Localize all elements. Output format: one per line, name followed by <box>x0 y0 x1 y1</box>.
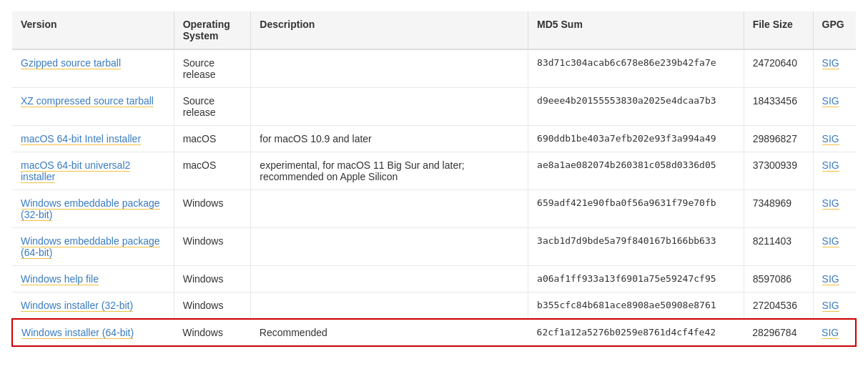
downloads-table: Version Operating System Description MD5… <box>11 11 857 347</box>
os-cell: macOS <box>174 152 251 190</box>
header-md5: MD5 Sum <box>528 11 744 49</box>
description-cell <box>251 49 528 88</box>
table-row: Gzipped source tarballSource release83d7… <box>12 49 856 88</box>
filesize-cell: 8597086 <box>744 266 813 292</box>
description-cell <box>251 190 528 228</box>
table-row: XZ compressed source tarballSource relea… <box>12 88 856 126</box>
sig-link[interactable]: SIG <box>822 57 839 69</box>
gpg-cell: SIG <box>813 126 856 152</box>
description-cell <box>251 88 528 126</box>
os-cell: Windows <box>174 292 251 320</box>
header-os: Operating System <box>174 11 251 49</box>
description-cell <box>251 228 528 266</box>
table-row: Windows embeddable package (32-bit)Windo… <box>12 190 856 228</box>
md5-cell: a06af1ff933a13f6901a75e59247cf95 <box>528 266 744 292</box>
gpg-cell: SIG <box>813 49 856 88</box>
sig-link[interactable]: SIG <box>822 95 839 107</box>
table-header-row: Version Operating System Description MD5… <box>12 11 856 49</box>
version-link[interactable]: Windows embeddable package (64-bit) <box>21 235 160 259</box>
table-row: macOS 64-bit universal2 installermacOSex… <box>12 152 856 190</box>
description-cell <box>251 292 528 320</box>
gpg-cell: SIG <box>813 88 856 126</box>
os-cell: Windows <box>174 190 251 228</box>
md5-cell: b355cfc84b681ace8908ae50908e8761 <box>528 292 744 320</box>
version-link[interactable]: Windows installer (32-bit) <box>21 300 133 312</box>
gpg-cell: SIG <box>813 152 856 190</box>
os-cell: macOS <box>174 126 251 152</box>
filesize-cell: 37300939 <box>744 152 813 190</box>
filesize-cell: 18433456 <box>744 88 813 126</box>
filesize-cell: 28296784 <box>744 319 813 346</box>
os-cell: Windows <box>174 319 251 346</box>
sig-link[interactable]: SIG <box>822 159 839 172</box>
gpg-cell: SIG <box>813 228 856 266</box>
sig-link[interactable]: SIG <box>822 327 839 339</box>
version-link[interactable]: Windows help file <box>21 273 99 285</box>
gpg-cell: SIG <box>813 292 856 320</box>
os-cell: Source release <box>174 88 251 126</box>
table-row: Windows installer (64-bit)WindowsRecomme… <box>12 319 856 346</box>
header-description: Description <box>251 11 528 49</box>
filesize-cell: 7348969 <box>744 190 813 228</box>
md5-cell: 659adf421e90fba0f56a9631f79e70fb <box>528 190 744 228</box>
table-row: Windows embeddable package (64-bit)Windo… <box>12 228 856 266</box>
md5-cell: ae8a1ae082074b260381c058d0336d05 <box>528 152 744 190</box>
table-row: Windows installer (32-bit)Windowsb355cfc… <box>12 292 856 320</box>
os-cell: Windows <box>174 266 251 292</box>
version-link[interactable]: macOS 64-bit Intel installer <box>21 133 141 145</box>
description-cell <box>251 266 528 292</box>
table-row: Windows help fileWindowsa06af1ff933a13f6… <box>12 266 856 292</box>
md5-cell: 3acb1d7d9bde5a79f840167b166bb633 <box>528 228 744 266</box>
version-link[interactable]: XZ compressed source tarball <box>21 95 154 107</box>
header-filesize: File Size <box>744 11 813 49</box>
filesize-cell: 24720640 <box>744 49 813 88</box>
table-row: macOS 64-bit Intel installermacOSfor mac… <box>12 126 856 152</box>
filesize-cell: 27204536 <box>744 292 813 320</box>
description-cell: Recommended <box>251 319 528 346</box>
gpg-cell: SIG <box>813 190 856 228</box>
md5-cell: 690ddb1be403a7efb202e93f3a994a49 <box>528 126 744 152</box>
gpg-cell: SIG <box>813 319 856 346</box>
header-gpg: GPG <box>813 11 856 49</box>
version-link[interactable]: Windows installer (64-bit) <box>21 327 134 339</box>
os-cell: Windows <box>174 228 251 266</box>
version-link[interactable]: Gzipped source tarball <box>21 57 121 69</box>
description-cell: for macOS 10.9 and later <box>251 126 528 152</box>
filesize-cell: 8211403 <box>744 228 813 266</box>
sig-link[interactable]: SIG <box>822 300 839 312</box>
header-version: Version <box>12 11 174 49</box>
gpg-cell: SIG <box>813 266 856 292</box>
sig-link[interactable]: SIG <box>822 197 839 210</box>
filesize-cell: 29896827 <box>744 126 813 152</box>
md5-cell: d9eee4b20155553830a2025e4dcaa7b3 <box>528 88 744 126</box>
os-cell: Source release <box>174 49 251 88</box>
description-cell: experimental, for macOS 11 Big Sur and l… <box>251 152 528 190</box>
md5-cell: 62cf1a12a5276b0259e8761d4cf4fe42 <box>528 319 744 346</box>
version-link[interactable]: macOS 64-bit universal2 installer <box>21 159 130 183</box>
md5-cell: 83d71c304acab6c678e86e239b42fa7e <box>528 49 744 88</box>
sig-link[interactable]: SIG <box>822 133 839 145</box>
version-link[interactable]: Windows embeddable package (32-bit) <box>21 197 160 221</box>
sig-link[interactable]: SIG <box>822 273 839 285</box>
sig-link[interactable]: SIG <box>822 235 839 247</box>
